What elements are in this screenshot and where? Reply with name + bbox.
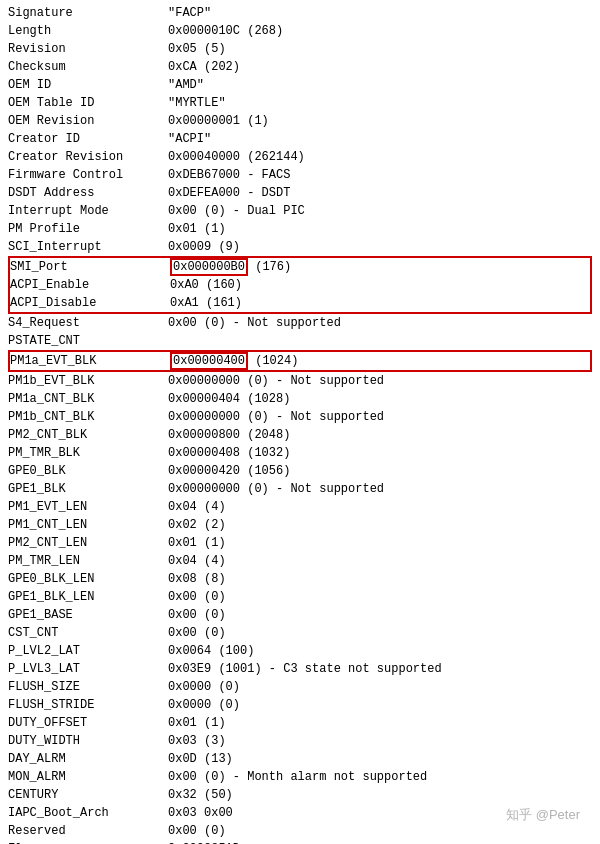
key-pm2-cnt-blk: PM2_CNT_BLK (8, 426, 168, 444)
main-content: Signature "FACP" Length 0x0000010C (268)… (0, 0, 600, 844)
row-firmware-control: Firmware Control 0xDEB67000 - FACS (8, 166, 592, 184)
row-s4-request: S4_Request 0x00 (0) - Not supported (8, 314, 592, 332)
row-century: CENTURY 0x32 (50) (8, 786, 592, 804)
row-p-lvl3-lat: P_LVL3_LAT 0x03E9 (1001) - C3 state not … (8, 660, 592, 678)
key-signature: Signature (8, 4, 168, 22)
row-pm2-cnt-len: PM2_CNT_LEN 0x01 (1) (8, 534, 592, 552)
pm1a-value-highlight: 0x00000400 (170, 352, 248, 370)
key-creator-id: Creator ID (8, 130, 168, 148)
val-s4-request: 0x00 (0) - Not supported (168, 314, 592, 332)
row-duty-width: DUTY_WIDTH 0x03 (3) (8, 732, 592, 750)
key-sci-interrupt: SCI_Interrupt (8, 238, 168, 256)
key-century: CENTURY (8, 786, 168, 804)
key-dsdt-address: DSDT Address (8, 184, 168, 202)
row-flush-size: FLUSH_SIZE 0x0000 (0) (8, 678, 592, 696)
key-acpi-disable: ACPI_Disable (10, 294, 170, 312)
row-revision: Revision 0x05 (5) (8, 40, 592, 58)
key-s4-request: S4_Request (8, 314, 168, 332)
row-checksum: Checksum 0xCA (202) (8, 58, 592, 76)
key-gpe1-blk: GPE1_BLK (8, 480, 168, 498)
row-flags: Flags 0x000885AD (8, 840, 592, 844)
key-cst-cnt: CST_CNT (8, 624, 168, 642)
val-firmware-control: 0xDEB67000 - FACS (168, 166, 592, 184)
val-flush-size: 0x0000 (0) (168, 678, 592, 696)
row-pm1a-evt-blk: PM1a_EVT_BLK 0x00000400 (1024) (8, 350, 592, 372)
val-signature: "FACP" (168, 4, 592, 22)
row-creator-revision: Creator Revision 0x00040000 (262144) (8, 148, 592, 166)
key-interrupt-mode: Interrupt Mode (8, 202, 168, 220)
row-gpe1-base: GPE1_BASE 0x00 (0) (8, 606, 592, 624)
key-acpi-enable: ACPI_Enable (10, 276, 170, 294)
row-pstate-cnt: PSTATE_CNT (8, 332, 592, 350)
row-reserved: Reserved 0x00 (0) (8, 822, 592, 840)
val-creator-id: "ACPI" (168, 130, 592, 148)
val-duty-width: 0x03 (3) (168, 732, 592, 750)
key-oem-id: OEM ID (8, 76, 168, 94)
key-pstate-cnt: PSTATE_CNT (8, 332, 168, 350)
key-gpe0-blk-len: GPE0_BLK_LEN (8, 570, 168, 588)
row-signature: Signature "FACP" (8, 4, 592, 22)
key-duty-width: DUTY_WIDTH (8, 732, 168, 750)
key-creator-revision: Creator Revision (8, 148, 168, 166)
val-cst-cnt: 0x00 (0) (168, 624, 592, 642)
key-pm-profile: PM Profile (8, 220, 168, 238)
key-pm1-evt-len: PM1_EVT_LEN (8, 498, 168, 516)
row-length: Length 0x0000010C (268) (8, 22, 592, 40)
row-day-alrm: DAY_ALRM 0x0D (13) (8, 750, 592, 768)
val-length: 0x0000010C (268) (168, 22, 592, 40)
row-oem-id: OEM ID "AMD" (8, 76, 592, 94)
smi-port-value-highlight: 0x000000B0 (170, 258, 248, 276)
val-century: 0x32 (50) (168, 786, 592, 804)
row-iapc-boot-arch: IAPC_Boot_Arch 0x03 0x00 (8, 804, 592, 822)
val-oem-revision: 0x00000001 (1) (168, 112, 592, 130)
key-iapc-boot-arch: IAPC_Boot_Arch (8, 804, 168, 822)
key-gpe1-blk-len: GPE1_BLK_LEN (8, 588, 168, 606)
key-pm1-cnt-len: PM1_CNT_LEN (8, 516, 168, 534)
val-smi-port: 0x000000B0 (176) (170, 258, 590, 276)
val-pm-profile: 0x01 (1) (168, 220, 592, 238)
row-pm2-cnt-blk: PM2_CNT_BLK 0x00000800 (2048) (8, 426, 592, 444)
row-mon-alrm: MON_ALRM 0x00 (0) - Month alarm not supp… (8, 768, 592, 786)
val-day-alrm: 0x0D (13) (168, 750, 592, 768)
row-gpe1-blk: GPE1_BLK 0x00000000 (0) - Not supported (8, 480, 592, 498)
val-mon-alrm: 0x00 (0) - Month alarm not supported (168, 768, 592, 786)
val-flush-stride: 0x0000 (0) (168, 696, 592, 714)
val-pm1a-cnt-blk: 0x00000404 (1028) (168, 390, 592, 408)
val-pm1b-evt-blk: 0x00000000 (0) - Not supported (168, 372, 592, 390)
key-pm1b-cnt-blk: PM1b_CNT_BLK (8, 408, 168, 426)
val-sci-interrupt: 0x0009 (9) (168, 238, 592, 256)
key-reserved: Reserved (8, 822, 168, 840)
key-p-lvl2-lat: P_LVL2_LAT (8, 642, 168, 660)
row-pm1b-evt-blk: PM1b_EVT_BLK 0x00000000 (0) - Not suppor… (8, 372, 592, 390)
key-duty-offset: DUTY_OFFSET (8, 714, 168, 732)
key-mon-alrm: MON_ALRM (8, 768, 168, 786)
watermark: 知乎 @Peter (506, 806, 580, 824)
val-pstate-cnt (168, 332, 592, 350)
key-pm2-cnt-len: PM2_CNT_LEN (8, 534, 168, 552)
row-pm-tmr-len: PM_TMR_LEN 0x04 (4) (8, 552, 592, 570)
val-acpi-enable: 0xA0 (160) (170, 276, 590, 294)
row-duty-offset: DUTY_OFFSET 0x01 (1) (8, 714, 592, 732)
row-interrupt-mode: Interrupt Mode 0x00 (0) - Dual PIC (8, 202, 592, 220)
row-flush-stride: FLUSH_STRIDE 0x0000 (0) (8, 696, 592, 714)
row-smi-port: SMI_Port 0x000000B0 (176) (10, 258, 590, 276)
key-pm-tmr-len: PM_TMR_LEN (8, 552, 168, 570)
row-acpi-disable: ACPI_Disable 0xA1 (161) (10, 294, 590, 312)
row-dsdt-address: DSDT Address 0xDEFEA000 - DSDT (8, 184, 592, 202)
row-gpe1-blk-len: GPE1_BLK_LEN 0x00 (0) (8, 588, 592, 606)
val-pm2-cnt-len: 0x01 (1) (168, 534, 592, 552)
key-smi-port: SMI_Port (10, 258, 170, 276)
val-gpe0-blk-len: 0x08 (8) (168, 570, 592, 588)
key-day-alrm: DAY_ALRM (8, 750, 168, 768)
row-acpi-enable: ACPI_Enable 0xA0 (160) (10, 276, 590, 294)
val-pm2-cnt-blk: 0x00000800 (2048) (168, 426, 592, 444)
val-p-lvl2-lat: 0x0064 (100) (168, 642, 592, 660)
val-gpe1-blk-len: 0x00 (0) (168, 588, 592, 606)
val-pm-tmr-blk: 0x00000408 (1032) (168, 444, 592, 462)
val-revision: 0x05 (5) (168, 40, 592, 58)
key-pm-tmr-blk: PM_TMR_BLK (8, 444, 168, 462)
val-creator-revision: 0x00040000 (262144) (168, 148, 592, 166)
row-gpe0-blk: GPE0_BLK 0x00000420 (1056) (8, 462, 592, 480)
row-pm-profile: PM Profile 0x01 (1) (8, 220, 592, 238)
key-pm1a-evt-blk: PM1a_EVT_BLK (10, 352, 170, 370)
